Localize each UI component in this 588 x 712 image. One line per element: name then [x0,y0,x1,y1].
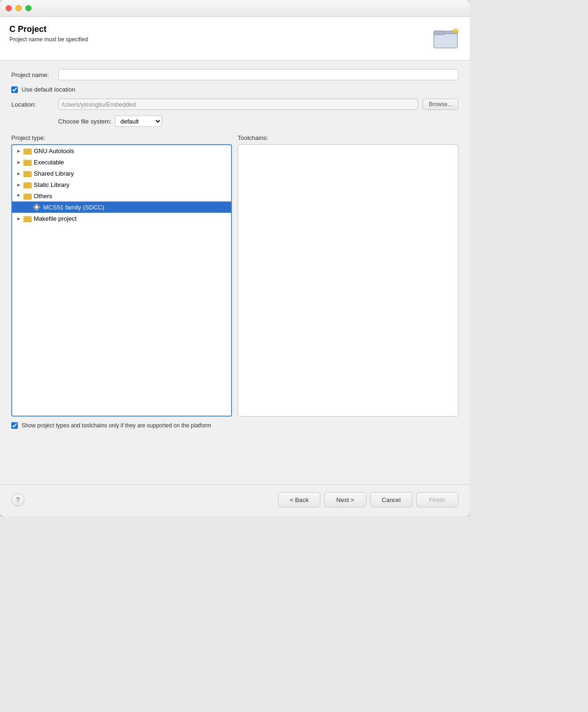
project-name-row: Project name: [11,69,458,80]
svg-rect-7 [23,160,27,162]
project-type-tree[interactable]: ► GNU Autotools ► [11,144,232,417]
folder-icon-executable [23,158,32,166]
window: C Project Project name must be specified… [0,0,470,517]
diamond-icon-mcs51 [33,203,40,211]
project-name-input[interactable] [58,69,458,80]
svg-rect-1 [434,34,457,48]
content-area: Project name: Use default location Locat… [0,61,470,447]
location-input[interactable] [58,99,418,110]
svg-rect-2 [434,31,444,35]
folder-icon-makefile [23,215,32,222]
header-area: C Project Project name must be specified [0,17,470,61]
label-others: Others [34,193,52,200]
chevron-shared-library: ► [16,170,22,176]
maximize-button[interactable] [25,5,31,11]
back-button[interactable]: < Back [278,492,320,507]
browse-button[interactable]: Browse... [423,99,458,110]
label-executable: Executable [34,159,64,166]
svg-rect-17 [23,217,27,218]
location-row: Location: Browse... [11,99,458,110]
folder-icon-gnu-autotools [23,147,32,155]
tree-item-makefile[interactable]: ► Makefile project [12,213,231,224]
use-default-location-checkbox[interactable] [11,86,18,93]
help-button[interactable]: ? [11,493,24,506]
two-pane-area: Project type: ► GNU Autotools ► [11,134,458,417]
tree-item-mcs51[interactable]: ► MCS51 family (SDCC) [12,201,231,213]
chevron-gnu-autotools: ► [16,148,22,154]
toolchain-list [238,144,458,417]
platform-filter-checkbox[interactable] [11,422,18,429]
toolchains-pane: Toolchains: [238,134,458,417]
title-bar [0,0,470,17]
finish-button[interactable]: Finish [416,492,458,507]
tree-item-static-library[interactable]: ► Static Library [12,179,231,190]
platform-filter-label: Show project types and toolchains only i… [22,422,211,429]
label-shared-library: Shared Library [34,170,74,177]
tree-item-executable[interactable]: ► Executable [12,156,231,168]
chevron-makefile: ► [16,216,22,221]
svg-rect-11 [23,183,27,185]
cancel-button[interactable]: Cancel [370,492,412,507]
filesystem-row: Choose file system: default [11,116,458,127]
wizard-icon [432,24,460,53]
svg-rect-13 [23,194,27,196]
button-bar: ? < Back Next > Cancel Finish [0,484,470,515]
project-name-label: Project name: [11,71,58,78]
tree-item-gnu-autotools[interactable]: ► GNU Autotools [12,145,231,156]
wizard-icon-svg [432,24,460,53]
chevron-mcs51: ► [25,204,31,210]
svg-rect-9 [23,171,27,173]
close-button[interactable] [6,5,12,11]
chevron-others: ► [16,193,22,199]
dialog-title: C Project [9,24,88,34]
platform-filter-row: Show project types and toolchains only i… [11,422,458,429]
label-mcs51: MCS51 family (SDCC) [43,204,104,211]
tree-item-others[interactable]: ► Others [12,190,231,201]
folder-icon-others [23,192,32,200]
chevron-static-library: ► [16,182,22,187]
label-static-library: Static Library [34,181,70,188]
label-gnu-autotools: GNU Autotools [34,147,74,155]
folder-icon-shared-library [23,170,32,177]
chevron-executable: ► [16,159,22,165]
location-label: Location: [11,101,58,108]
use-default-location-row: Use default location [11,86,458,93]
next-button[interactable]: Next > [324,492,366,507]
dialog-subtitle: Project name must be specified [9,36,88,43]
minimize-button[interactable] [15,5,22,11]
filesystem-select[interactable]: default [115,116,162,127]
filesystem-label: Choose file system: [58,118,111,125]
project-type-label: Project type: [11,134,232,141]
toolchains-label: Toolchains: [238,134,458,141]
label-makefile: Makefile project [34,215,77,222]
use-default-location-label: Use default location [22,86,75,93]
tree-item-shared-library[interactable]: ► Shared Library [12,168,231,179]
header-text: C Project Project name must be specified [9,24,88,43]
svg-rect-5 [23,149,27,151]
project-type-pane: Project type: ► GNU Autotools ► [11,134,232,417]
folder-icon-static-library [23,181,32,188]
spacer [0,447,470,484]
